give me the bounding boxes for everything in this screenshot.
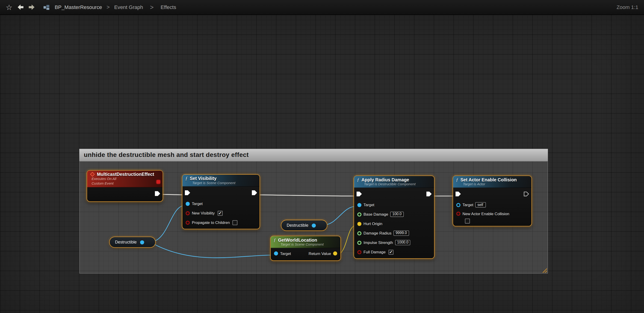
- back-arrow-icon: [17, 4, 24, 10]
- event-type-label: Custom Event: [92, 181, 159, 186]
- node-header[interactable]: GetWorldLocation Target is Scene Compone…: [270, 236, 340, 248]
- custom-event-icon: [90, 172, 95, 176]
- breadcrumb-separator: >: [106, 4, 110, 10]
- node-header[interactable]: Set Visibility Target is Scene Component: [182, 175, 260, 187]
- pin-label: Base Damage: [364, 212, 388, 217]
- back-button[interactable]: [17, 4, 24, 10]
- node-destructible-variable[interactable]: Destructible: [109, 237, 156, 248]
- toolbar: ☆ BP_MasterResource > Event Graph > Effe…: [0, 0, 644, 15]
- editor-viewport: ☆ BP_MasterResource > Event Graph > Effe…: [0, 0, 644, 313]
- node-title: Set Actor Enable Collision: [460, 177, 517, 182]
- propagate-to-children-checkbox[interactable]: [232, 220, 238, 225]
- blueprint-class-icon: [43, 4, 50, 10]
- function-icon: [357, 177, 359, 182]
- pin-label: Damage Radius: [364, 231, 392, 235]
- forward-button[interactable]: [28, 4, 35, 10]
- pin-label: New Visibility: [192, 211, 214, 215]
- node-subtitle: Target is Destructible Component: [364, 182, 431, 186]
- breadcrumb-event-graph[interactable]: Event Graph: [114, 4, 143, 10]
- propagate-to-children-pin[interactable]: [186, 220, 190, 225]
- function-icon: [456, 177, 458, 182]
- comment-resize-handle[interactable]: [542, 267, 547, 273]
- node-title: MulticastDestructionEffect: [97, 172, 154, 177]
- node-header[interactable]: MulticastDestructionEffect Executes On A…: [87, 170, 163, 187]
- node-title: GetWorldLocation: [278, 238, 317, 242]
- variable-name: Destructible: [115, 240, 137, 244]
- impulse-strength-input[interactable]: 1000.0: [395, 240, 410, 245]
- event-rep-policy: Executes On All: [92, 177, 159, 181]
- new-visibility-checkbox[interactable]: ✓: [218, 211, 222, 215]
- target-self-input[interactable]: self: [475, 202, 486, 207]
- new-visibility-pin[interactable]: [186, 211, 190, 215]
- function-icon: [185, 176, 188, 181]
- pin-label: Impulse Strength: [364, 240, 393, 245]
- exec-out-pin[interactable]: [252, 190, 257, 195]
- pin-label: Full Damage: [364, 250, 386, 254]
- exec-out-pin[interactable]: [426, 191, 432, 196]
- replicated-event-icon: [156, 180, 160, 184]
- node-subtitle: Target is Scene Component: [280, 242, 337, 247]
- breadcrumb-blueprint[interactable]: BP_MasterResource: [55, 4, 102, 10]
- comment-title-bar[interactable]: unhide the destructible mesh and start d…: [79, 149, 548, 161]
- base-damage-pin[interactable]: [357, 212, 362, 216]
- base-damage-input[interactable]: 100.0: [390, 211, 404, 217]
- exec-in-pin[interactable]: [185, 190, 190, 195]
- exec-out-pin[interactable]: [155, 191, 160, 196]
- node-set-actor-enable-collision[interactable]: Set Actor Enable Collision Target is Act…: [453, 176, 532, 226]
- node-destructible-variable[interactable]: Destructible: [281, 220, 327, 231]
- comment-title: unhide the destructible mesh and start d…: [84, 152, 249, 159]
- node-title: Apply Radius Damage: [362, 177, 409, 182]
- new-actor-enable-collision-checkbox[interactable]: [465, 219, 470, 223]
- target-pin[interactable]: [274, 251, 278, 255]
- impulse-strength-pin[interactable]: [357, 241, 362, 245]
- breadcrumb-separator: >: [150, 4, 154, 10]
- pin-label: Target: [192, 201, 202, 206]
- pin-label: Return Value: [309, 251, 331, 256]
- zoom-level: Zoom 1:1: [616, 4, 638, 10]
- target-pin[interactable]: [186, 202, 190, 206]
- target-pin[interactable]: [456, 203, 460, 207]
- node-subtitle: Target is Scene Component: [192, 181, 256, 185]
- function-icon: [274, 238, 276, 242]
- node-multicast-destruction-effect[interactable]: MulticastDestructionEffect Executes On A…: [87, 170, 163, 202]
- blueprint-editor: ☆ BP_MasterResource > Event Graph > Effe…: [0, 0, 644, 313]
- pin-label: Propagate to Children: [192, 220, 230, 225]
- new-actor-enable-collision-pin[interactable]: [456, 211, 460, 216]
- target-pin[interactable]: [357, 203, 362, 207]
- bookmark-icon[interactable]: ☆: [6, 3, 12, 11]
- node-apply-radius-damage[interactable]: Apply Radius Damage Target is Destructib…: [354, 176, 434, 259]
- variable-output-pin[interactable]: [140, 240, 144, 244]
- node-subtitle: Target is Actor: [463, 182, 528, 186]
- node-header[interactable]: Set Actor Enable Collision Target is Act…: [453, 176, 531, 188]
- node-set-visibility[interactable]: Set Visibility Target is Scene Component…: [182, 174, 260, 229]
- node-title: Set Visibility: [190, 176, 216, 181]
- damage-radius-pin[interactable]: [357, 231, 362, 235]
- full-damage-checkbox[interactable]: ✓: [388, 250, 393, 254]
- hurt-origin-pin[interactable]: [357, 222, 362, 226]
- pin-label: New Actor Enable Collision: [462, 211, 509, 216]
- node-get-world-location[interactable]: GetWorldLocation Target is Scene Compone…: [270, 236, 341, 261]
- full-damage-pin[interactable]: [357, 250, 362, 254]
- node-header[interactable]: Apply Radius Damage Target is Destructib…: [354, 176, 434, 188]
- exec-out-pin[interactable]: [524, 191, 529, 196]
- pin-label: Target: [364, 202, 374, 207]
- pin-label: Hurt Origin: [364, 221, 382, 226]
- pin-label: Target: [462, 202, 473, 207]
- forward-arrow-icon: [28, 4, 35, 10]
- variable-output-pin[interactable]: [312, 223, 316, 227]
- damage-radius-input[interactable]: 9999.0: [394, 230, 409, 236]
- exec-in-pin[interactable]: [456, 191, 461, 196]
- exec-out-arrow-icon: [524, 191, 529, 196]
- exec-in-pin[interactable]: [356, 191, 362, 196]
- return-value-pin[interactable]: [333, 251, 337, 255]
- variable-name: Destructible: [287, 223, 308, 228]
- breadcrumb-effects[interactable]: Effects: [161, 4, 176, 10]
- pin-label: Target: [280, 251, 291, 256]
